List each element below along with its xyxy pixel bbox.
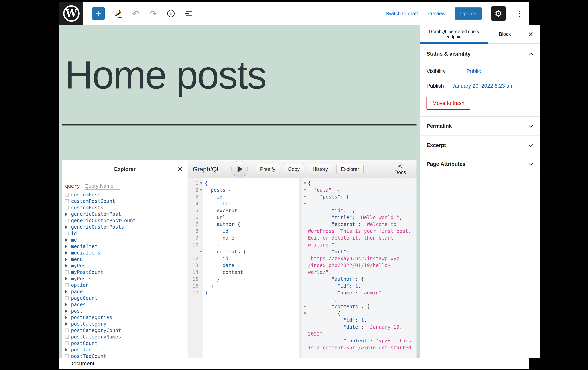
explorer-field-row[interactable]: customPosts: [65, 204, 188, 211]
explorer-field-label[interactable]: customPost: [71, 192, 101, 198]
expand-arrow-icon[interactable]: [65, 303, 71, 306]
explorer-field-row[interactable]: postTagCount: [65, 353, 188, 358]
checkbox-icon[interactable]: [65, 335, 71, 339]
fold-arrow-icon[interactable]: [304, 312, 306, 314]
query-editor[interactable]: { posts { id title excerpt url author { …: [202, 178, 299, 358]
expand-arrow-icon[interactable]: [65, 212, 71, 216]
explorer-field-label[interactable]: mediaItem: [71, 243, 97, 249]
checkbox-icon[interactable]: [65, 199, 71, 203]
tab-graphql-persisted-query-endpoint[interactable]: GraphQL persisted query endpoint: [420, 25, 488, 43]
separator-block[interactable]: [62, 124, 417, 125]
explorer-field-row[interactable]: page: [65, 288, 188, 295]
publish-date-button[interactable]: January 20, 2022 6:23 am: [452, 83, 514, 89]
explorer-field-label[interactable]: myPost: [71, 263, 89, 269]
explorer-field-row[interactable]: me: [65, 237, 188, 243]
explorer-field-label[interactable]: option: [71, 282, 89, 288]
explorer-field-row[interactable]: postCategories: [65, 314, 188, 321]
explorer-field-label[interactable]: customPosts: [71, 205, 104, 210]
explorer-field-label[interactable]: customPostCount: [71, 198, 115, 204]
explorer-field-label[interactable]: postCategories: [71, 315, 112, 320]
undo-button[interactable]: ↶: [131, 8, 140, 19]
update-button[interactable]: Update: [455, 8, 482, 20]
explorer-field-row[interactable]: myPost: [65, 262, 188, 269]
fold-arrow-icon[interactable]: [200, 182, 202, 184]
wordpress-logo-button[interactable]: W: [59, 2, 83, 25]
tab-block[interactable]: Block: [488, 25, 522, 43]
expand-arrow-icon[interactable]: [65, 290, 71, 293]
page-attributes-section-header[interactable]: Page Attributes: [420, 155, 540, 173]
expand-arrow-icon[interactable]: [65, 277, 71, 280]
expand-arrow-icon[interactable]: [65, 245, 71, 248]
fold-arrow-icon[interactable]: [200, 189, 202, 191]
explorer-field-row[interactable]: myPostCount: [65, 269, 188, 275]
edit-tool-button[interactable]: ✎: [114, 8, 122, 19]
explorer-field-row[interactable]: genericCustomPostCount: [65, 217, 188, 224]
explorer-field-label[interactable]: postCategory: [71, 321, 106, 327]
checkbox-icon[interactable]: [65, 232, 71, 235]
fold-arrow-icon[interactable]: [304, 203, 306, 205]
explorer-field-row[interactable]: postTag: [65, 347, 188, 353]
prettify-button[interactable]: Prettify: [256, 164, 280, 174]
explorer-field-label[interactable]: genericCustomPost: [71, 211, 121, 217]
explorer-field-row[interactable]: option: [65, 282, 188, 288]
fold-arrow-icon[interactable]: [304, 189, 306, 191]
explorer-field-label[interactable]: pageCount: [71, 295, 97, 301]
fold-arrow-icon[interactable]: [304, 306, 306, 308]
checkbox-icon[interactable]: [65, 283, 71, 287]
explorer-field-row[interactable]: genericCustomPost: [65, 211, 188, 217]
explorer-field-row[interactable]: id: [65, 230, 188, 237]
query-name-input[interactable]: Query Name: [84, 183, 120, 190]
explorer-field-label[interactable]: menu: [71, 256, 83, 262]
explorer-field-row[interactable]: pages: [65, 301, 188, 308]
explorer-field-row[interactable]: postCategoryNames: [65, 334, 188, 340]
breadcrumb-document[interactable]: Document: [69, 360, 94, 367]
fold-arrow-icon[interactable]: [304, 182, 306, 184]
checkbox-icon[interactable]: [65, 354, 71, 358]
expand-arrow-icon[interactable]: [65, 238, 71, 242]
explorer-field-row[interactable]: postCount: [65, 340, 188, 347]
excerpt-section-header[interactable]: Excerpt: [420, 136, 540, 155]
page-title[interactable]: Home posts: [65, 54, 266, 96]
checkbox-icon[interactable]: [65, 341, 71, 345]
explorer-field-label[interactable]: postCount: [71, 340, 97, 346]
explorer-field-row[interactable]: mediaItems: [65, 250, 188, 256]
explorer-field-label[interactable]: postTagCount: [71, 353, 106, 358]
block-inserter-button[interactable]: +: [92, 7, 105, 20]
expand-arrow-icon[interactable]: [65, 309, 71, 313]
explorer-field-label[interactable]: myPosts: [71, 276, 92, 281]
explorer-field-row[interactable]: post: [65, 308, 188, 314]
execute-query-button[interactable]: [231, 161, 248, 177]
explorer-field-label[interactable]: myPostCount: [71, 269, 104, 275]
explorer-field-label[interactable]: postTag: [71, 347, 92, 353]
status-visibility-header[interactable]: Status & visibility: [427, 48, 534, 59]
docs-toggle-button[interactable]: < Docs: [384, 160, 417, 178]
explorer-field-row[interactable]: pageCount: [65, 295, 188, 301]
copy-button[interactable]: Copy: [284, 164, 304, 174]
switch-to-draft-link[interactable]: Switch to draft: [386, 10, 418, 17]
checkbox-icon[interactable]: [65, 193, 71, 197]
sidebar-close-button[interactable]: ×: [522, 25, 540, 43]
editor-canvas[interactable]: Home posts Explorer × query Query Name: [59, 25, 420, 358]
expand-arrow-icon[interactable]: [65, 348, 71, 352]
explorer-field-label[interactable]: mediaItems: [71, 250, 101, 256]
explorer-button[interactable]: Explorer: [336, 164, 364, 174]
explorer-field-row[interactable]: postCategoryCount: [65, 327, 188, 334]
expand-arrow-icon[interactable]: [65, 316, 71, 319]
expand-arrow-icon[interactable]: [65, 258, 71, 261]
checkbox-icon[interactable]: [65, 329, 71, 332]
settings-toggle-button[interactable]: ⚙: [491, 6, 506, 21]
explorer-field-row[interactable]: myPosts: [65, 275, 188, 282]
explorer-field-label[interactable]: postCategoryCount: [71, 328, 121, 333]
explorer-field-row[interactable]: menu: [65, 256, 188, 262]
explorer-field-row[interactable]: postCategory: [65, 321, 188, 327]
explorer-field-label[interactable]: pages: [71, 302, 86, 307]
checkbox-icon[interactable]: [65, 206, 71, 210]
checkbox-icon[interactable]: [65, 296, 71, 300]
explorer-field-label[interactable]: id: [71, 231, 77, 236]
preview-link[interactable]: Preview: [428, 10, 445, 17]
fold-arrow-icon[interactable]: [304, 196, 306, 198]
explorer-field-row[interactable]: mediaItem: [65, 243, 188, 250]
options-menu-button[interactable]: ⋮: [515, 9, 521, 18]
redo-button[interactable]: ↷: [149, 8, 158, 19]
checkbox-icon[interactable]: [65, 219, 71, 222]
